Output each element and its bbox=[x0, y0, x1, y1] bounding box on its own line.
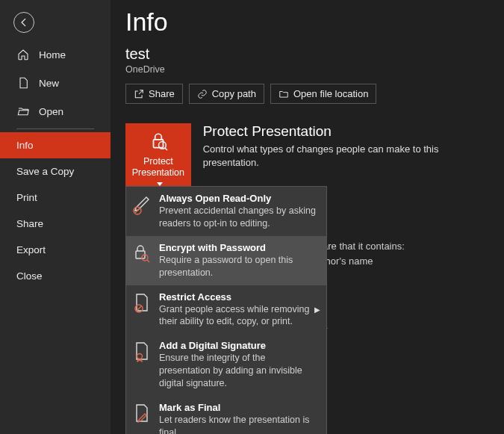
copy-path-button[interactable]: Copy path bbox=[189, 84, 264, 104]
nav-print[interactable]: Print bbox=[0, 185, 111, 211]
protect-section: Protect Presentation Protect Presentatio… bbox=[125, 123, 489, 196]
dd-always-read-only[interactable]: Always Open Read-Only Prevent accidental… bbox=[126, 187, 326, 236]
dd-desc: Prevent accidental changes by asking rea… bbox=[159, 205, 319, 230]
document-ribbon-icon bbox=[132, 340, 152, 364]
nav-label: New bbox=[39, 78, 59, 89]
dd-desc: Ensure the integrity of the presentation… bbox=[159, 352, 319, 390]
dd-restrict-access[interactable]: Restrict Access Grant people access whil… bbox=[126, 285, 326, 335]
dd-title: Mark as Final bbox=[159, 402, 319, 413]
lock-icon bbox=[128, 131, 188, 152]
nav-close[interactable]: Close bbox=[0, 263, 111, 289]
document-no-icon bbox=[132, 291, 152, 315]
dd-title: Add a Digital Signature bbox=[159, 340, 319, 351]
nav-label: Print bbox=[16, 192, 37, 203]
arrow-left-icon bbox=[19, 17, 29, 28]
protect-title: Protect Presentation bbox=[203, 123, 489, 140]
svg-line-9 bbox=[137, 306, 141, 311]
open-location-label: Open file location bbox=[293, 88, 368, 99]
share-label: Share bbox=[149, 88, 175, 99]
nav-label: Share bbox=[16, 218, 43, 229]
dd-title: Encrypt with Password bbox=[159, 242, 319, 253]
nav-label: Export bbox=[16, 244, 46, 255]
protect-label-1: Protect bbox=[143, 156, 173, 167]
svg-point-10 bbox=[137, 354, 143, 359]
new-icon bbox=[16, 76, 30, 90]
nav-new[interactable]: New bbox=[0, 69, 111, 97]
protect-presentation-button[interactable]: Protect Presentation bbox=[125, 123, 191, 196]
dd-encrypt-password[interactable]: Encrypt with Password Require a password… bbox=[126, 236, 326, 285]
svg-rect-0 bbox=[153, 140, 163, 148]
document-name: test bbox=[125, 46, 489, 63]
dd-mark-as-final[interactable]: Mark as Final Let readers know the prese… bbox=[126, 396, 326, 434]
share-button[interactable]: Share bbox=[125, 84, 183, 104]
backstage-sidebar: Home New Open Info Save a Copy Print Sha… bbox=[0, 0, 111, 434]
divider bbox=[16, 128, 94, 129]
nav-label: Save a Copy bbox=[16, 166, 74, 177]
share-icon bbox=[134, 89, 144, 99]
action-row: Share Copy path Open file location bbox=[125, 84, 489, 104]
nav-label: Home bbox=[39, 49, 66, 61]
protect-text: Protect Presentation Control what types … bbox=[203, 123, 489, 170]
protect-dropdown: Always Open Read-Only Prevent accidental… bbox=[125, 186, 327, 434]
bg-line1: are that it contains: bbox=[323, 241, 405, 252]
open-folder-icon bbox=[16, 105, 30, 118]
protect-desc: Control what types of changes people can… bbox=[203, 143, 489, 170]
folder-icon bbox=[279, 89, 289, 99]
dd-title: Restrict Access bbox=[159, 291, 319, 303]
nav-label: Open bbox=[39, 106, 63, 117]
nav-label: Close bbox=[16, 270, 43, 282]
link-icon bbox=[197, 89, 208, 99]
page-title: Info bbox=[125, 7, 489, 37]
main-panel: Info test OneDrive Share Copy path Open … bbox=[111, 0, 504, 434]
copy-path-label: Copy path bbox=[212, 88, 256, 99]
svg-line-7 bbox=[147, 260, 149, 262]
dd-digital-signature[interactable]: Add a Digital Signature Ensure the integ… bbox=[126, 334, 326, 396]
nav-label: Info bbox=[16, 140, 34, 151]
dd-desc: Grant people access while removing their… bbox=[159, 303, 319, 329]
inspect-background-text: are that it contains: thor's name s bbox=[323, 239, 405, 332]
document-pencil-icon bbox=[132, 402, 152, 426]
open-location-button[interactable]: Open file location bbox=[270, 84, 376, 104]
lock-search-icon bbox=[132, 242, 152, 266]
bg-line2: thor's name bbox=[323, 255, 373, 267]
dd-title: Always Open Read-Only bbox=[159, 193, 319, 204]
home-icon bbox=[16, 48, 30, 61]
svg-line-2 bbox=[164, 148, 167, 150]
protect-label-2: Presentation bbox=[132, 167, 184, 178]
nav-open[interactable]: Open bbox=[0, 97, 111, 125]
nav-share[interactable]: Share bbox=[0, 211, 111, 237]
document-location: OneDrive bbox=[125, 64, 489, 75]
back-button[interactable] bbox=[13, 12, 34, 33]
pencil-no-icon bbox=[132, 193, 152, 217]
nav-export[interactable]: Export bbox=[0, 237, 111, 263]
nav-save-a-copy[interactable]: Save a Copy bbox=[0, 158, 111, 185]
nav-home[interactable]: Home bbox=[0, 40, 111, 69]
nav-info[interactable]: Info bbox=[0, 132, 111, 158]
dd-desc: Require a password to open this presenta… bbox=[159, 254, 319, 279]
dd-desc: Let readers know the presentation is fin… bbox=[159, 414, 319, 434]
chevron-right-icon: ▶ bbox=[314, 306, 320, 314]
